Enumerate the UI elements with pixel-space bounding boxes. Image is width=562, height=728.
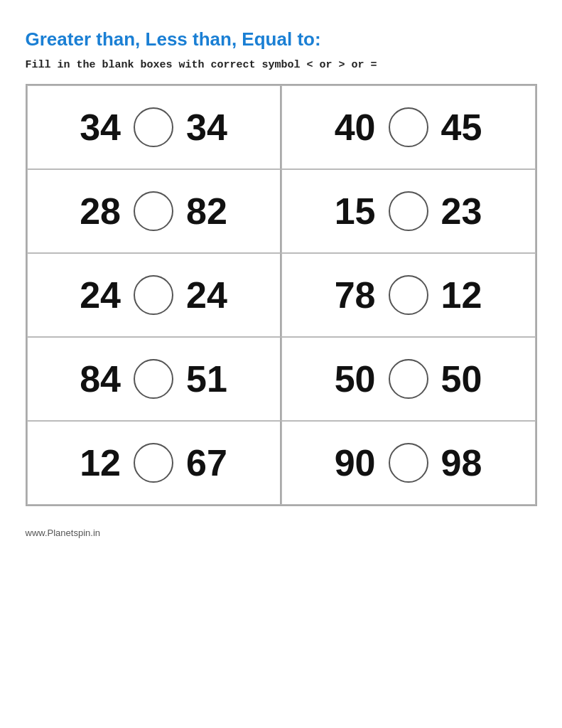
circle-2[interactable] xyxy=(389,107,428,147)
pair-1-left: 34 34 xyxy=(27,85,281,169)
pair-3-right: 78 12 xyxy=(281,253,536,337)
num-50b: 50 xyxy=(441,358,482,400)
subtitle: Fill in the blank boxes with correct sym… xyxy=(26,59,537,71)
circle-4[interactable] xyxy=(389,191,428,231)
num-34a: 34 xyxy=(80,106,121,149)
num-12b: 12 xyxy=(80,441,121,484)
footer-text: www.Planetspin.in xyxy=(26,528,537,538)
circle-9[interactable] xyxy=(134,443,173,483)
circle-8[interactable] xyxy=(389,359,428,399)
num-78: 78 xyxy=(335,274,376,316)
num-67: 67 xyxy=(186,441,227,484)
pair-5-right: 90 98 xyxy=(281,421,536,505)
num-98: 98 xyxy=(441,441,482,484)
pair-3-left: 24 24 xyxy=(27,253,281,337)
num-24a: 24 xyxy=(80,274,121,316)
circle-6[interactable] xyxy=(389,275,428,315)
page: Greater than, Less than, Equal to: Fill … xyxy=(26,28,537,538)
num-51: 51 xyxy=(186,358,227,400)
pair-4-left: 84 51 xyxy=(27,337,281,421)
num-84: 84 xyxy=(80,358,121,400)
num-23: 23 xyxy=(441,190,482,232)
num-34b: 34 xyxy=(186,106,227,149)
circle-5[interactable] xyxy=(134,275,173,315)
pair-2-left: 28 82 xyxy=(27,169,281,253)
circle-3[interactable] xyxy=(134,191,173,231)
circle-1[interactable] xyxy=(134,107,173,147)
circle-10[interactable] xyxy=(389,443,428,483)
pair-4-right: 50 50 xyxy=(281,337,536,421)
num-24b: 24 xyxy=(186,274,227,316)
num-40: 40 xyxy=(335,106,376,149)
num-28: 28 xyxy=(80,190,121,232)
num-15: 15 xyxy=(335,190,376,232)
comparison-grid: 34 34 40 45 28 82 15 23 24 24 78 xyxy=(26,84,537,506)
pair-2-right: 15 23 xyxy=(281,169,536,253)
num-82: 82 xyxy=(186,190,227,232)
num-90: 90 xyxy=(335,441,376,484)
num-50a: 50 xyxy=(335,358,376,400)
pair-1-right: 40 45 xyxy=(281,85,536,169)
num-45: 45 xyxy=(441,106,482,149)
pair-5-left: 12 67 xyxy=(27,421,281,505)
circle-7[interactable] xyxy=(134,359,173,399)
page-title: Greater than, Less than, Equal to: xyxy=(26,28,537,50)
num-12a: 12 xyxy=(441,274,482,316)
